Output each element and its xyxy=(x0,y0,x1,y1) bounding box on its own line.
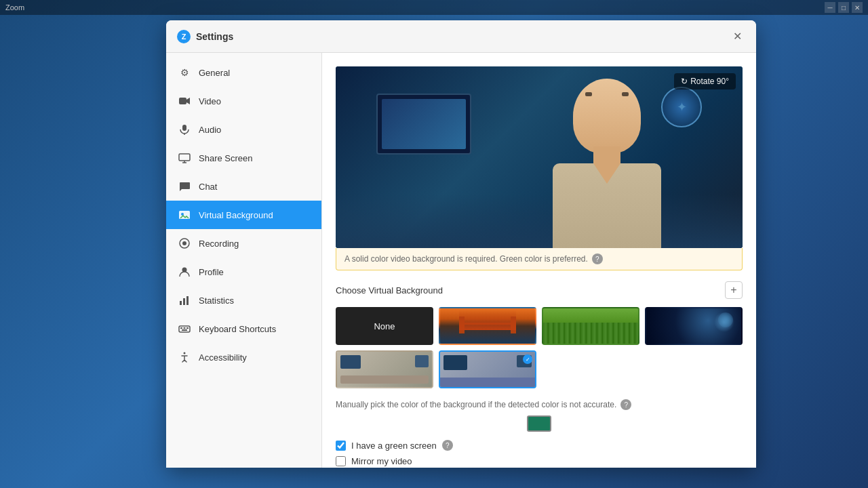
titlebar-controls: ─ □ ✕ xyxy=(825,2,863,13)
choose-bg-header: Choose Virtual Background + xyxy=(336,281,743,299)
mirror-video-label[interactable]: Mirror my video xyxy=(351,456,412,466)
video-preview: ✦ ↻ Rotate 90° xyxy=(336,66,743,248)
svg-rect-18 xyxy=(186,327,189,329)
chat-icon xyxy=(177,179,192,194)
none-label: None xyxy=(374,321,395,331)
green-screen-row: I have a green screen ? xyxy=(336,440,743,451)
mirror-row: Mirror my video xyxy=(336,456,743,466)
svg-rect-12 xyxy=(180,301,182,305)
notice-help-icon[interactable]: ? xyxy=(592,253,603,264)
sidebar-label-chat: Chat xyxy=(199,182,217,192)
choose-bg-title: Choose Virtual Background xyxy=(336,285,443,296)
bg-screen xyxy=(376,94,471,155)
color-picker-text: Manually pick the color of the backgroun… xyxy=(336,399,743,410)
sidebar-label-recording: Recording xyxy=(199,239,239,249)
sidebar-label-keyboard-shortcuts: Keyboard Shortcuts xyxy=(199,324,276,334)
statistics-icon xyxy=(177,293,192,308)
bg-item-space[interactable] xyxy=(645,307,743,345)
notice-text: A solid color video background is requir… xyxy=(344,254,588,264)
mirror-video-checkbox[interactable] xyxy=(336,456,346,466)
svg-rect-0 xyxy=(179,98,186,104)
svg-rect-15 xyxy=(179,326,190,332)
svg-rect-2 xyxy=(182,125,186,131)
titlebar-text: Zoom xyxy=(5,3,24,12)
accessibility-icon xyxy=(177,350,192,365)
dialog-title: Settings xyxy=(196,31,233,42)
app-icon: Z xyxy=(177,30,191,43)
svg-rect-16 xyxy=(180,327,182,329)
collar xyxy=(593,163,620,184)
bg-item-room1[interactable] xyxy=(336,350,433,388)
sidebar-label-video: Video xyxy=(199,96,221,106)
color-picker-description: Manually pick the color of the backgroun… xyxy=(336,400,616,409)
svg-point-20 xyxy=(184,352,186,354)
sidebar-label-virtual-background: Virtual Background xyxy=(199,210,273,220)
sidebar-item-virtual-background[interactable]: Virtual Background xyxy=(166,201,321,229)
sidebar-item-accessibility[interactable]: Accessibility xyxy=(166,343,321,371)
color-picker-help-icon[interactable]: ? xyxy=(620,399,631,410)
bg-item-green-field[interactable] xyxy=(542,307,639,345)
dialog-body: ⚙ General Video xyxy=(166,53,756,468)
rotate-button[interactable]: ↻ Rotate 90° xyxy=(674,73,736,89)
minimize-button[interactable]: ─ xyxy=(825,2,835,13)
green-screen-help-icon[interactable]: ? xyxy=(442,440,453,451)
sidebar-label-audio: Audio xyxy=(199,125,221,135)
person-silhouette xyxy=(526,79,688,248)
svg-rect-19 xyxy=(182,329,187,331)
bg-item-none[interactable]: None xyxy=(336,307,433,345)
share-screen-icon xyxy=(177,150,192,165)
sidebar-label-share-screen: Share Screen xyxy=(199,153,253,163)
virtual-background-icon xyxy=(177,207,192,222)
bg-item-golden-gate[interactable] xyxy=(439,307,536,345)
background-grid: None xyxy=(336,307,743,388)
dialog-close-button[interactable]: ✕ xyxy=(729,28,745,45)
dialog-titlebar: Z Settings ✕ xyxy=(166,20,756,53)
sidebar-item-share-screen[interactable]: Share Screen xyxy=(166,144,321,172)
svg-rect-17 xyxy=(184,327,186,329)
recording-icon xyxy=(177,236,192,251)
sidebar: ⚙ General Video xyxy=(166,53,322,468)
selected-check-icon: ✓ xyxy=(523,354,532,364)
sidebar-item-audio[interactable]: Audio xyxy=(166,115,321,144)
profile-icon xyxy=(177,264,192,279)
color-swatch-button[interactable] xyxy=(527,415,551,432)
sidebar-item-chat[interactable]: Chat xyxy=(166,172,321,201)
svg-point-10 xyxy=(182,241,186,245)
sidebar-item-general[interactable]: ⚙ General xyxy=(166,58,321,87)
general-icon: ⚙ xyxy=(177,65,192,80)
sidebar-item-statistics[interactable]: Statistics xyxy=(166,286,321,314)
sidebar-item-keyboard-shortcuts[interactable]: Keyboard Shortcuts xyxy=(166,314,321,343)
video-icon xyxy=(177,94,192,108)
titlebar: Zoom ─ □ ✕ xyxy=(0,0,868,15)
sidebar-label-profile: Profile xyxy=(199,267,224,277)
sidebar-label-accessibility: Accessibility xyxy=(199,352,247,363)
settings-dialog: Z Settings ✕ ⚙ General Video xyxy=(166,20,756,468)
svg-rect-14 xyxy=(186,296,189,305)
color-section: Manually pick the color of the backgroun… xyxy=(336,399,743,432)
green-screen-label[interactable]: I have a green screen xyxy=(351,441,437,451)
add-background-button[interactable]: + xyxy=(725,281,743,299)
sidebar-label-general: General xyxy=(199,68,230,78)
sidebar-item-profile[interactable]: Profile xyxy=(166,258,321,286)
audio-icon xyxy=(177,122,192,137)
main-content: ✦ ↻ Rotate 90° A solid colo xyxy=(322,53,756,468)
svg-rect-13 xyxy=(183,298,185,305)
maximize-button[interactable]: □ xyxy=(838,2,849,13)
notice-bar: A solid color video background is requir… xyxy=(336,248,743,270)
rotate-icon: ↻ xyxy=(681,77,688,86)
sidebar-label-statistics: Statistics xyxy=(199,296,234,306)
sidebar-item-recording[interactable]: Recording xyxy=(166,229,321,258)
rotate-label: Rotate 90° xyxy=(690,77,729,86)
bg-item-room2[interactable]: ✓ xyxy=(439,350,536,388)
sidebar-item-video[interactable]: Video xyxy=(166,87,321,115)
svg-marker-1 xyxy=(186,98,190,104)
close-window-button[interactable]: ✕ xyxy=(852,2,863,13)
green-screen-checkbox[interactable] xyxy=(336,441,346,451)
head xyxy=(573,79,641,153)
keyboard-shortcuts-icon xyxy=(177,321,192,336)
svg-rect-4 xyxy=(179,154,190,161)
video-inner: ✦ xyxy=(336,66,743,248)
